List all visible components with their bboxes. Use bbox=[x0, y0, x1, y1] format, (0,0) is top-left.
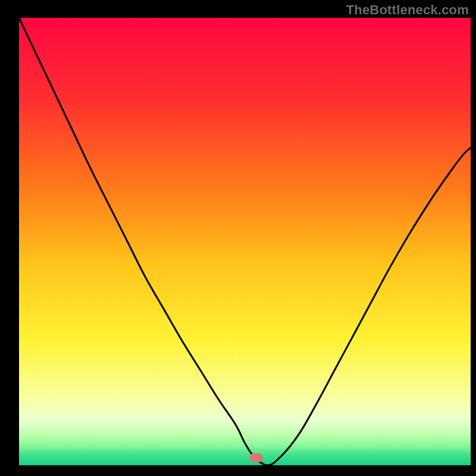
bottleneck-curve-chart bbox=[0, 0, 476, 476]
optimal-point-marker bbox=[249, 453, 262, 462]
plot-background bbox=[19, 18, 471, 465]
chart-frame: TheBottleneck.com bbox=[0, 0, 476, 476]
